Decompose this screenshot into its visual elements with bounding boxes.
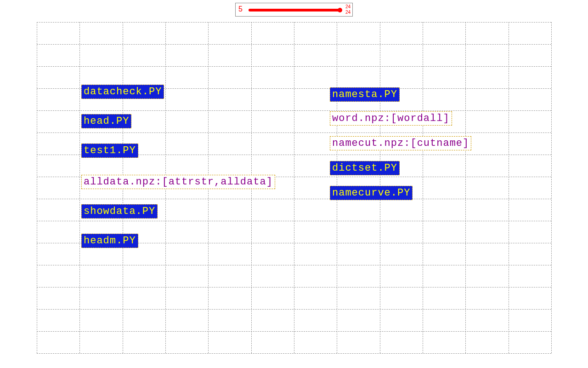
progress-value: 5: [238, 5, 243, 13]
left-file-item-5[interactable]: headm.PY: [81, 234, 138, 248]
grid-hline: [37, 287, 551, 288]
right-file-item-0[interactable]: namesta.PY: [330, 87, 400, 102]
grid-hline: [37, 309, 551, 310]
grid-vline: [79, 22, 80, 353]
grid-vline: [423, 22, 423, 353]
grid-hline: [37, 221, 551, 221]
grid-hline: [37, 331, 551, 332]
grid-hline: [37, 199, 551, 199]
progress-indicator: 5 24 24: [235, 3, 353, 17]
progress-top-label: 24: [345, 4, 351, 9]
grid-vline: [465, 22, 466, 353]
right-file-item-1[interactable]: word.npz:[wordall]: [330, 111, 452, 126]
grid-hline: [37, 66, 551, 67]
grid-hline: [37, 44, 551, 45]
right-file-item-3[interactable]: dictset.PY: [330, 161, 400, 175]
left-file-item-1[interactable]: head.PY: [81, 114, 131, 128]
grid-hline: [37, 22, 551, 23]
grid-vline: [37, 22, 37, 353]
right-file-item-2[interactable]: namecut.npz:[cutname]: [330, 136, 471, 150]
grid-hline: [37, 353, 551, 354]
grid-vline: [509, 22, 509, 353]
grid-vline: [551, 22, 552, 353]
progress-bottom-label: 24: [345, 10, 351, 15]
left-file-item-3[interactable]: alldata.npz:[attrstr,alldata]: [81, 175, 275, 189]
grid-hline: [37, 132, 551, 133]
left-file-item-4[interactable]: showdata.PY: [81, 204, 158, 218]
progress-bar: [249, 9, 340, 12]
grid-hline: [37, 110, 551, 111]
left-file-item-2[interactable]: test1.PY: [81, 144, 138, 158]
right-file-item-4[interactable]: namecurve.PY: [330, 186, 413, 200]
grid-hline: [37, 265, 551, 265]
left-file-item-0[interactable]: datacheck.PY: [81, 85, 164, 99]
grid-vline: [294, 22, 294, 353]
